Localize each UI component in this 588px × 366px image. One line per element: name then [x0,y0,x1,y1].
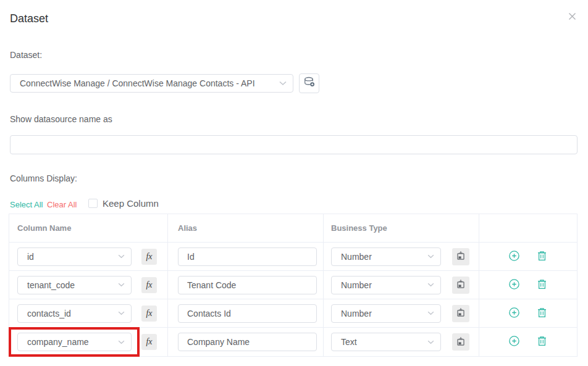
add-row-button[interactable] [509,251,520,262]
business-type-select[interactable]: Number [331,276,441,294]
columns-display-label: Columns Display: [10,173,77,183]
alias-input[interactable] [178,276,317,294]
column-name-value: contacts_id [27,309,71,318]
select-all-link[interactable]: Select All [10,200,43,209]
chevron-down-icon [118,283,125,287]
chevron-down-icon [427,283,434,287]
circle-plus-icon [509,307,519,320]
trash-icon [537,307,547,320]
clear-all-link[interactable]: Clear All [47,200,77,209]
column-name-select[interactable]: tenant_code [17,276,132,294]
business-type-select[interactable]: Text [331,333,441,351]
format-brush-button[interactable] [452,248,469,265]
column-name-select[interactable]: contacts_id [17,304,132,323]
trash-icon [537,336,547,348]
column-name-value: id [27,252,34,262]
fx-button[interactable]: fx [141,334,157,350]
business-type-value: Number [341,309,372,318]
brush-icon [456,251,466,262]
chevron-down-icon [118,311,125,315]
format-brush-button[interactable] [452,305,469,322]
dataset-select-value: ConnectWise Manage / ConnectWise Manage … [20,78,255,88]
header-business-type: Business Type [324,214,479,242]
dataset-label: Dataset: [10,50,42,60]
chevron-down-icon [427,340,434,344]
trash-icon [537,251,547,263]
chevron-down-icon [427,254,434,259]
brush-icon [456,279,466,291]
dataset-action-button[interactable] [299,73,319,93]
delete-row-button[interactable] [537,280,548,291]
add-row-button[interactable] [509,336,520,347]
column-name-value: company_name [27,337,89,347]
close-icon [568,12,576,23]
header-column-name: Column Name [9,214,168,242]
format-brush-button[interactable] [452,277,469,294]
fx-button[interactable]: fx [141,277,157,293]
business-type-select[interactable]: Number [331,247,441,266]
circle-plus-icon [509,251,519,263]
header-actions [479,214,577,242]
add-row-button[interactable] [509,280,520,291]
brush-icon [456,307,466,319]
table-row: contacts_id fx Number [9,299,577,328]
table-row: tenant_code fx Number [9,271,577,299]
circle-plus-icon [509,279,519,291]
chevron-down-icon [427,311,434,315]
fx-button[interactable]: fx [141,249,157,265]
alias-input[interactable] [178,333,317,351]
database-badge-icon [303,76,316,91]
business-type-value: Number [341,280,372,290]
columns-table: Column Name Alias Business Type id fx Nu… [9,214,578,357]
brush-icon [456,336,466,348]
chevron-down-icon [118,254,125,259]
chevron-down-icon [118,340,125,344]
business-type-value: Number [341,252,372,262]
column-name-select[interactable]: id [17,247,132,266]
add-row-button[interactable] [509,308,520,319]
column-name-value: tenant_code [27,280,75,290]
delete-row-button[interactable] [537,336,548,347]
close-button[interactable] [565,10,579,25]
delete-row-button[interactable] [537,251,548,262]
chevron-down-icon [279,81,287,86]
dataset-dialog: Dataset Dataset: ConnectWise Manage / Co… [0,0,588,366]
table-header-row: Column Name Alias Business Type [9,214,577,243]
business-type-select[interactable]: Number [331,304,441,323]
dataset-select[interactable]: ConnectWise Manage / ConnectWise Manage … [10,74,293,93]
header-alias: Alias [168,214,324,242]
keep-column-checkbox[interactable] [88,199,98,208]
keep-column-label: Keep Column [103,198,159,209]
page-title: Dataset [10,12,48,25]
format-brush-button[interactable] [452,333,469,351]
delete-row-button[interactable] [537,308,548,319]
fx-button[interactable]: fx [141,306,157,322]
trash-icon [537,279,547,291]
datasource-name-label: Show datasource name as [10,114,112,124]
alias-input[interactable] [178,304,317,323]
table-row: id fx Number [9,243,577,271]
circle-plus-icon [509,336,519,348]
alias-input[interactable] [178,247,317,266]
column-name-select[interactable]: company_name [17,333,132,351]
business-type-value: Text [341,337,357,347]
table-row: company_name fx Text [9,328,577,356]
datasource-name-input[interactable] [10,135,578,154]
